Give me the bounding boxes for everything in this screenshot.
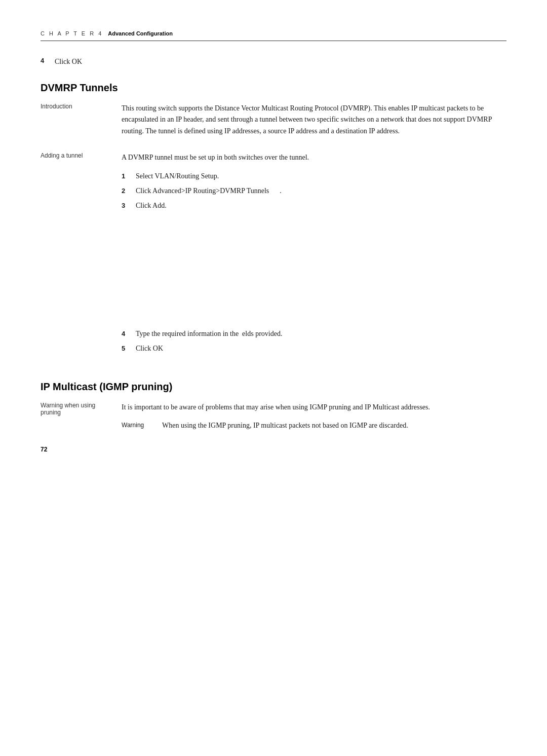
section-spacer (41, 366, 506, 381)
dvmrp-step-1-text: Select VLAN/Routing Setup. (136, 171, 219, 181)
step-text-top: Click OK (55, 56, 82, 67)
dvmrp-intro-paragraph: This routing switch supports the Distanc… (122, 103, 506, 137)
ip-multicast-body-text: It is important to be aware of problems … (122, 402, 506, 413)
ip-multicast-heading: IP Multicast (IGMP pruning) (41, 381, 506, 393)
page-number: 72 (41, 446, 506, 453)
dvmrp-step-2-text: Click Advanced>IP Routing>DVMRP Tunnels … (136, 185, 282, 196)
dvmrp-adding-row: Adding a tunnel A DVMRP tunnel must be s… (41, 152, 506, 214)
figure-space (41, 227, 506, 328)
dvmrp-step-4: 4 Type the required information in the e… (122, 328, 506, 339)
warning-sub-label: Warning (122, 421, 162, 430)
dvmrp-step-5-text: Click OK (136, 343, 163, 354)
warning-sub-row: Warning When using the IGMP pruning, IP … (122, 420, 506, 431)
dvmrp-step-1-number: 1 (122, 171, 132, 181)
dvmrp-heading: DVMRP Tunnels (41, 82, 506, 94)
page: C H A P T E R 4 Advanced Configuration 4… (0, 0, 547, 756)
dvmrp-step-5-number: 5 (122, 344, 132, 354)
top-step-block: 4 Click OK (41, 56, 506, 67)
dvmrp-intro-label: Introduction (41, 103, 122, 144)
dvmrp-step-3: 3 Click Add. (122, 200, 506, 211)
chapter-title: Advanced Configuration (108, 30, 173, 36)
ip-multicast-warning-label: Warning when using pruning (41, 402, 122, 431)
dvmrp-intro-row: Introduction This routing switch support… (41, 103, 506, 144)
chapter-label: C H A P T E R 4 (41, 30, 103, 36)
dvmrp-bottom-steps-row: 4 Type the required information in the e… (41, 328, 506, 358)
ip-multicast-section: IP Multicast (IGMP pruning) Warning when… (41, 381, 506, 431)
dvmrp-adding-text: A DVMRP tunnel must be set up in both sw… (122, 152, 506, 163)
ip-multicast-warning-row: Warning when using pruning It is importa… (41, 402, 506, 431)
dvmrp-step-3-text: Click Add. (136, 200, 167, 211)
dvmrp-adding-content: A DVMRP tunnel must be set up in both sw… (122, 152, 506, 214)
warning-sub-text: When using the IGMP pruning, IP multicas… (162, 420, 408, 431)
warning-label-line2: pruning (41, 409, 61, 416)
ip-multicast-warning-content: It is important to be aware of problems … (122, 402, 506, 431)
dvmrp-step-4-text: Type the required information in the eld… (136, 328, 282, 339)
dvmrp-bottom-steps: 4 Type the required information in the e… (122, 328, 506, 358)
dvmrp-step-2-number: 2 (122, 186, 132, 196)
dvmrp-step-5: 5 Click OK (122, 343, 506, 354)
dvmrp-step-2: 2 Click Advanced>IP Routing>DVMRP Tunnel… (122, 185, 506, 196)
warning-label-line1: Warning when using (41, 402, 95, 409)
dvmrp-step-3-number: 3 (122, 201, 132, 211)
chapter-header: C H A P T E R 4 Advanced Configuration (41, 30, 506, 41)
step-number-top: 4 (41, 57, 51, 64)
dvmrp-adding-label: Adding a tunnel (41, 152, 122, 214)
dvmrp-step-1: 1 Select VLAN/Routing Setup. (122, 171, 506, 181)
step-item-top: 4 Click OK (41, 56, 506, 67)
dvmrp-step-4-number: 4 (122, 329, 132, 339)
dvmrp-section: DVMRP Tunnels Introduction This routing … (41, 82, 506, 215)
dvmrp-bottom-left (41, 328, 122, 358)
dvmrp-intro-text: This routing switch supports the Distanc… (122, 103, 506, 144)
